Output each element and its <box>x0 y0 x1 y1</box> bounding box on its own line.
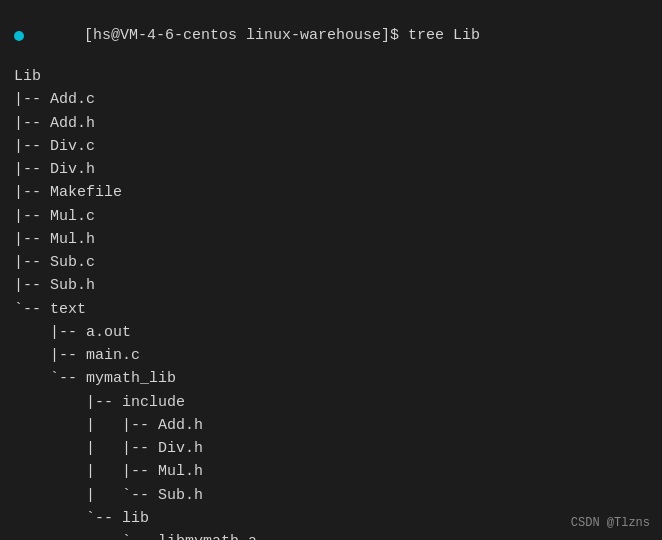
prompt-line: [hs@VM-4-6-centos linux-warehouse]$ tree… <box>14 10 648 61</box>
prompt-dot <box>14 31 24 41</box>
tree-line: `-- mymath_lib <box>14 367 648 390</box>
prompt-command-text: tree Lib <box>399 27 480 44</box>
tree-line: | |-- Add.h <box>14 414 648 437</box>
tree-line: |-- Add.h <box>14 112 648 135</box>
tree-line: |-- main.c <box>14 344 648 367</box>
tree-line: |-- Mul.h <box>14 228 648 251</box>
prompt-host-text: [hs@VM-4-6-centos linux-warehouse]$ <box>84 27 399 44</box>
tree-line: |-- Sub.c <box>14 251 648 274</box>
tree-line: |-- include <box>14 391 648 414</box>
tree-line: | |-- Mul.h <box>14 460 648 483</box>
tree-line: Lib <box>14 65 648 88</box>
terminal-window: [hs@VM-4-6-centos linux-warehouse]$ tree… <box>0 0 662 540</box>
tree-line: |-- Add.c <box>14 88 648 111</box>
tree-line: `-- libmymath.a <box>14 530 648 540</box>
tree-line: | |-- Div.h <box>14 437 648 460</box>
tree-line: `-- text <box>14 298 648 321</box>
tree-line: |-- Div.h <box>14 158 648 181</box>
tree-line: | `-- Sub.h <box>14 484 648 507</box>
tree-line: `-- lib <box>14 507 648 530</box>
prompt-user-host: [hs@VM-4-6-centos linux-warehouse]$ tree… <box>30 10 480 61</box>
tree-output: Lib|-- Add.c|-- Add.h|-- Div.c|-- Div.h|… <box>14 65 648 540</box>
tree-line: |-- Makefile <box>14 181 648 204</box>
watermark: CSDN @Tlzns <box>571 516 650 530</box>
tree-line: |-- Mul.c <box>14 205 648 228</box>
tree-line: |-- Sub.h <box>14 274 648 297</box>
tree-line: |-- a.out <box>14 321 648 344</box>
tree-line: |-- Div.c <box>14 135 648 158</box>
